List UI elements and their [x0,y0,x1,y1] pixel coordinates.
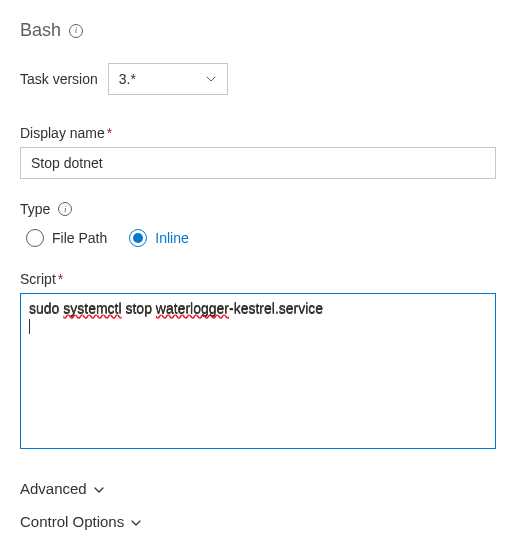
chevron-down-icon [205,73,217,85]
display-name-input[interactable] [20,147,496,179]
section-control-options[interactable]: Control Options [20,513,496,530]
script-input[interactable] [20,293,496,449]
type-option-inline[interactable]: Inline [129,229,188,247]
info-icon[interactable]: i [58,202,72,216]
script-wrap: sudo systemctl stop waterlogger-kestrel.… [20,293,496,452]
chevron-down-icon [93,484,105,496]
type-radio-group: File Path Inline [20,229,496,247]
type-label: Type [20,201,50,217]
required-asterisk: * [58,271,63,287]
text-caret [29,319,30,334]
script-label: Script* [20,271,496,287]
section-advanced-label: Advanced [20,480,87,497]
info-icon[interactable]: i [69,24,83,38]
type-option-file-path-label: File Path [52,230,107,246]
required-asterisk: * [107,125,112,141]
task-version-value: 3.* [119,71,136,87]
radio-icon [129,229,147,247]
script-group: Script* sudo systemctl stop waterlogger-… [20,271,496,452]
type-row: Type i [20,201,496,217]
radio-icon [26,229,44,247]
task-title-row: Bash i [20,20,496,41]
type-option-inline-label: Inline [155,230,188,246]
task-version-select[interactable]: 3.* [108,63,228,95]
section-control-options-label: Control Options [20,513,124,530]
task-title: Bash [20,20,61,41]
display-name-label: Display name* [20,125,496,141]
display-name-group: Display name* [20,125,496,179]
chevron-down-icon [130,517,142,529]
type-option-file-path[interactable]: File Path [26,229,107,247]
section-advanced[interactable]: Advanced [20,480,496,497]
task-version-label: Task version [20,71,98,87]
task-version-row: Task version 3.* [20,63,496,95]
